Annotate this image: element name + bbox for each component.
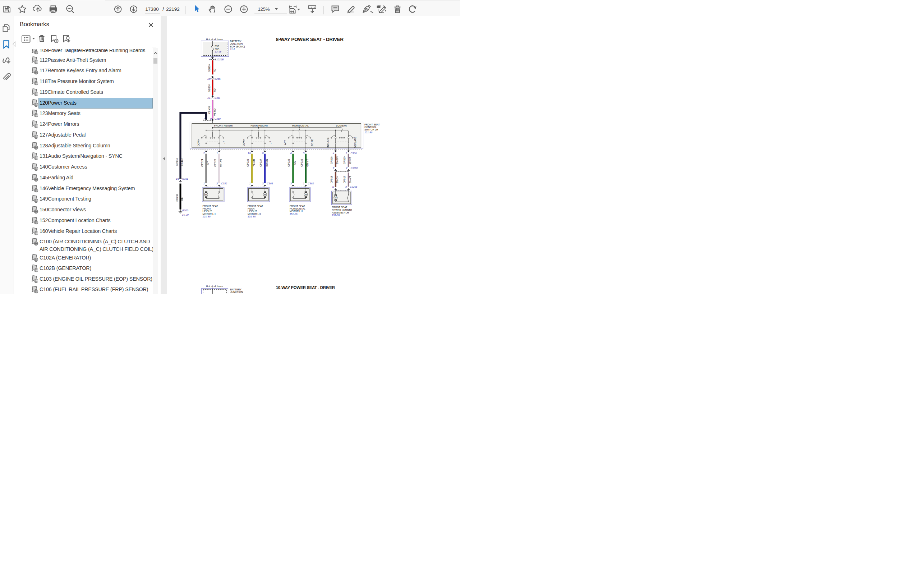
svg-text:REAR HEIGHT: REAR HEIGHT bbox=[251, 124, 269, 127]
svg-text:MOTOR LH: MOTOR LH bbox=[203, 213, 215, 215]
svg-text:GD233: GD233 bbox=[176, 194, 178, 202]
svg-text:C363: C363 bbox=[267, 182, 273, 185]
svg-text:MOTOR LH: MOTOR LH bbox=[290, 210, 303, 212]
svg-text:CBX05: CBX05 bbox=[208, 106, 211, 114]
svg-text:BN-GN: BN-GN bbox=[336, 175, 339, 183]
svg-text:3: 3 bbox=[290, 182, 292, 185]
svg-text:151-86: 151-86 bbox=[332, 214, 340, 217]
svg-text:151-86: 151-86 bbox=[364, 131, 372, 134]
svg-text:GY-VT: GY-VT bbox=[349, 157, 351, 164]
svg-text:UP: UP bbox=[269, 141, 272, 144]
svg-text:9: 9 bbox=[210, 117, 212, 120]
svg-text:RD: RD bbox=[214, 69, 216, 72]
svg-text:6: 6 bbox=[290, 152, 292, 155]
svg-text:M: M bbox=[264, 193, 266, 196]
svg-text:CPS19: CPS19 bbox=[343, 156, 346, 164]
svg-text:3: 3 bbox=[346, 152, 348, 155]
svg-text:C360: C360 bbox=[350, 152, 356, 155]
svg-text:13-58: 13-58 bbox=[215, 50, 221, 53]
svg-text:8: 8 bbox=[262, 152, 264, 155]
svg-text:FRONT SEAT: FRONT SEAT bbox=[332, 206, 348, 209]
svg-text:16: 16 bbox=[176, 177, 179, 180]
svg-text:3: 3 bbox=[262, 182, 264, 185]
svg-text:9: 9 bbox=[346, 166, 348, 169]
svg-text:4: 4 bbox=[333, 152, 335, 155]
svg-text:1: 1 bbox=[203, 182, 205, 185]
svg-text:11-1: 11-1 bbox=[230, 48, 235, 51]
svg-text:BK: BK bbox=[181, 197, 183, 201]
svg-text:DEFLATE: DEFLATE bbox=[354, 137, 356, 148]
svg-text:CPS27: CPS27 bbox=[259, 159, 262, 167]
svg-text:C382: C382 bbox=[221, 182, 227, 185]
svg-text:VT-RD: VT-RD bbox=[214, 109, 216, 116]
svg-text:CPS18: CPS18 bbox=[330, 176, 333, 184]
svg-text:2: 2 bbox=[203, 152, 205, 155]
svg-text:UP: UP bbox=[223, 141, 225, 144]
svg-text:BK-BU: BK-BU bbox=[181, 159, 183, 166]
svg-text:C362: C362 bbox=[308, 182, 314, 185]
svg-text:BATTERY: BATTERY bbox=[230, 40, 241, 42]
svg-text:M: M bbox=[305, 193, 307, 196]
svg-text:8-WAY POWER SEAT - DRIVER: 8-WAY POWER SEAT - DRIVER bbox=[276, 37, 344, 42]
svg-text:JUNCTION: JUNCTION bbox=[230, 42, 243, 45]
svg-text:C360: C360 bbox=[215, 118, 221, 120]
svg-text:SWITCH LH: SWITCH LH bbox=[364, 128, 378, 131]
svg-text:POWER LUMBAR: POWER LUMBAR bbox=[332, 209, 352, 211]
svg-text:5: 5 bbox=[303, 152, 305, 155]
svg-text:HEIGHT: HEIGHT bbox=[248, 210, 257, 212]
svg-text:FORE: FORE bbox=[311, 139, 313, 146]
svg-text:SBB30: SBB30 bbox=[208, 64, 211, 72]
svg-text:RD: RD bbox=[214, 88, 216, 92]
svg-text:BN-GN: BN-GN bbox=[336, 156, 339, 164]
svg-text:HORIZONTAL: HORIZONTAL bbox=[290, 207, 306, 210]
svg-text:10-WAY POWER SEAT - DRIVER: 10-WAY POWER SEAT - DRIVER bbox=[276, 285, 335, 290]
svg-text:A: A bbox=[345, 185, 347, 188]
svg-text:CPS23: CPS23 bbox=[300, 159, 303, 167]
svg-text:FRONT: FRONT bbox=[203, 207, 212, 210]
svg-text:/: / bbox=[162, 6, 164, 12]
svg-text:4: 4 bbox=[209, 58, 211, 61]
svg-text:LUMBAR: LUMBAR bbox=[336, 124, 347, 127]
svg-text:SBB30: SBB30 bbox=[208, 84, 211, 92]
svg-text:151-86: 151-86 bbox=[290, 213, 298, 215]
svg-text:FRONT SEAT: FRONT SEAT bbox=[290, 205, 306, 207]
svg-text:17380: 17380 bbox=[145, 6, 159, 12]
svg-text:HEIGHT: HEIGHT bbox=[203, 210, 212, 212]
svg-text:C311: C311 bbox=[215, 97, 220, 100]
svg-text:MOTOR LH: MOTOR LH bbox=[248, 213, 261, 215]
svg-text:CONTROL: CONTROL bbox=[364, 126, 377, 128]
svg-text:GY-VT: GY-VT bbox=[349, 176, 351, 183]
svg-text:REAR: REAR bbox=[248, 207, 254, 210]
svg-text:GN: GN bbox=[293, 161, 296, 165]
svg-text:1: 1 bbox=[249, 182, 251, 185]
svg-text:FRONT SEAT: FRONT SEAT bbox=[364, 123, 380, 126]
svg-text:BU-BN: BU-BN bbox=[266, 159, 268, 167]
svg-text:FRONT HEIGHT: FRONT HEIGHT bbox=[214, 124, 233, 127]
svg-text:CPS26: CPS26 bbox=[246, 159, 249, 167]
svg-text:BATTERY: BATTERY bbox=[230, 288, 242, 291]
svg-text:ASSEMBLY LH: ASSEMBLY LH bbox=[332, 211, 348, 214]
svg-text:3: 3 bbox=[216, 182, 218, 185]
svg-text:1: 1 bbox=[303, 182, 305, 185]
svg-text:C3215: C3215 bbox=[350, 185, 357, 188]
svg-text:C311: C311 bbox=[182, 178, 188, 180]
svg-text:DOWN: DOWN bbox=[197, 138, 200, 146]
svg-text:C1035B: C1035B bbox=[215, 58, 224, 61]
svg-text:125%: 125% bbox=[258, 6, 270, 12]
svg-text:INFLATE: INFLATE bbox=[327, 137, 329, 148]
svg-text:AFT: AFT bbox=[284, 140, 287, 145]
svg-text:YE-BU: YE-BU bbox=[253, 159, 255, 167]
svg-text:G300: G300 bbox=[182, 209, 188, 212]
svg-text:151-86: 151-86 bbox=[248, 215, 256, 218]
svg-text:HORIZONTAL: HORIZONTAL bbox=[292, 124, 309, 127]
svg-text:1: 1 bbox=[216, 152, 218, 155]
svg-text:22192: 22192 bbox=[166, 6, 180, 12]
svg-text:8: 8 bbox=[333, 166, 335, 169]
svg-text:CPS24: CPS24 bbox=[201, 159, 203, 167]
svg-text:FRONT SEAT: FRONT SEAT bbox=[248, 205, 263, 207]
svg-text:C265: C265 bbox=[215, 78, 221, 81]
svg-text:M: M bbox=[205, 193, 207, 196]
svg-text:151-86: 151-86 bbox=[203, 215, 211, 218]
svg-text:20: 20 bbox=[207, 77, 211, 81]
svg-text:CPS19: CPS19 bbox=[343, 176, 346, 184]
